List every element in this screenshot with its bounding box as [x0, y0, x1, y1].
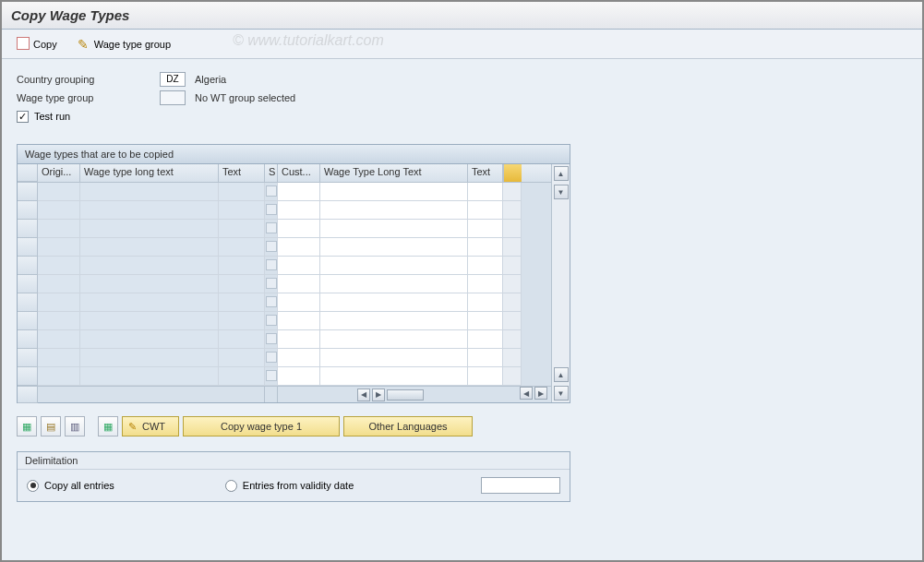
cell-s[interactable] — [265, 183, 278, 201]
cell-wage-type-long-text-left[interactable] — [80, 257, 219, 275]
cell-wage-type-long-text-left[interactable] — [80, 220, 219, 238]
cell-origi[interactable] — [38, 220, 80, 238]
table-row[interactable] — [18, 220, 551, 238]
cell-wage-type-long-text-left[interactable] — [80, 330, 219, 349]
icon-button-1[interactable]: ▦ — [17, 416, 37, 436]
s-checkbox[interactable] — [266, 204, 277, 215]
cell-origi[interactable] — [38, 238, 80, 257]
cell-text-left[interactable] — [219, 257, 265, 275]
s-checkbox[interactable] — [266, 222, 277, 233]
cell-origi[interactable] — [38, 312, 80, 330]
hscroll-right-button-2[interactable]: ▶ — [534, 387, 547, 400]
table-row[interactable] — [18, 183, 551, 201]
cell-s[interactable] — [265, 367, 278, 386]
table-row[interactable] — [18, 367, 551, 386]
cell-text-right[interactable] — [468, 367, 503, 386]
cell-text-right[interactable] — [468, 349, 503, 367]
row-handle[interactable] — [18, 183, 38, 201]
hscroll-left-button[interactable]: ◀ — [357, 389, 370, 401]
radio-copy-all-entries[interactable]: Copy all entries — [27, 480, 114, 492]
cell-origi[interactable] — [38, 201, 80, 220]
row-handle[interactable] — [18, 293, 38, 312]
s-checkbox[interactable] — [266, 278, 277, 289]
cell-wage-type-long-text-left[interactable] — [80, 201, 219, 220]
row-handle[interactable] — [18, 349, 38, 367]
cell-text-left[interactable] — [219, 312, 265, 330]
s-checkbox[interactable] — [266, 241, 277, 252]
row-handle[interactable] — [18, 220, 38, 238]
cell-cust[interactable] — [278, 220, 320, 238]
s-checkbox[interactable] — [266, 352, 277, 363]
cell-wage-type-long-text-right[interactable] — [320, 238, 468, 257]
cwt-button[interactable]: ✎ CWT — [122, 416, 179, 436]
row-handle[interactable] — [18, 201, 38, 220]
col-cust[interactable]: Cust... — [278, 164, 320, 182]
country-grouping-input[interactable]: DZ — [160, 72, 186, 87]
cell-text-right[interactable] — [468, 330, 503, 349]
cell-wage-type-long-text-right[interactable] — [320, 330, 468, 349]
cell-wage-type-long-text-right[interactable] — [320, 183, 468, 201]
cell-cust[interactable] — [278, 367, 320, 386]
cell-text-left[interactable] — [219, 330, 265, 349]
copy-button[interactable]: Copy — [15, 37, 61, 52]
cell-text-right[interactable] — [468, 238, 503, 257]
s-checkbox[interactable] — [266, 185, 277, 197]
cell-wage-type-long-text-right[interactable] — [320, 257, 468, 275]
cell-text-left[interactable] — [219, 183, 265, 201]
cell-text-right[interactable] — [468, 201, 503, 220]
cell-text-right[interactable] — [468, 220, 503, 238]
copy-wage-type-1-button[interactable]: Copy wage type 1 — [183, 416, 340, 436]
cell-s[interactable] — [265, 275, 278, 293]
cell-cust[interactable] — [278, 201, 320, 220]
hscroll-left-button-2[interactable]: ◀ — [520, 387, 533, 400]
cell-s[interactable] — [265, 201, 278, 220]
cell-origi[interactable] — [38, 257, 80, 275]
cell-text-right[interactable] — [468, 312, 503, 330]
cell-s[interactable] — [265, 220, 278, 238]
vscroll-up-button-2[interactable]: ▲ — [554, 367, 569, 382]
cell-origi[interactable] — [38, 330, 80, 349]
wage-type-group-input[interactable] — [160, 90, 186, 105]
cell-origi[interactable] — [38, 367, 80, 386]
cell-text-left[interactable] — [219, 367, 265, 386]
cell-s[interactable] — [265, 312, 278, 330]
col-text-right[interactable]: Text — [468, 164, 503, 182]
cell-wage-type-long-text-right[interactable] — [320, 201, 468, 220]
table-row[interactable] — [18, 293, 551, 312]
s-checkbox[interactable] — [266, 296, 277, 307]
cell-wage-type-long-text-right[interactable] — [320, 275, 468, 293]
table-row[interactable] — [18, 330, 551, 349]
cell-text-left[interactable] — [219, 275, 265, 293]
cell-text-left[interactable] — [219, 293, 265, 312]
cell-origi[interactable] — [38, 293, 80, 312]
cell-s[interactable] — [265, 349, 278, 367]
cell-text-right[interactable] — [468, 293, 503, 312]
cell-text-right[interactable] — [468, 183, 503, 201]
cell-wage-type-long-text-left[interactable] — [80, 293, 219, 312]
col-wage-type-long-text-right[interactable]: Wage Type Long Text — [320, 164, 468, 182]
cell-s[interactable] — [265, 293, 278, 312]
row-handle[interactable] — [18, 330, 38, 349]
col-wage-type-long-text-left[interactable]: Wage type long text — [80, 164, 219, 182]
cell-text-left[interactable] — [219, 220, 265, 238]
cell-cust[interactable] — [278, 275, 320, 293]
other-languages-button[interactable]: Other Languages — [343, 416, 473, 436]
cell-origi[interactable] — [38, 349, 80, 367]
cell-s[interactable] — [265, 330, 278, 349]
cell-text-right[interactable] — [468, 257, 503, 275]
s-checkbox[interactable] — [266, 370, 277, 381]
cell-wage-type-long-text-left[interactable] — [80, 238, 219, 257]
cell-s[interactable] — [265, 257, 278, 275]
radio-entries-from-date[interactable]: Entries from validity date — [225, 480, 354, 492]
s-checkbox[interactable] — [266, 333, 277, 344]
table-row[interactable] — [18, 312, 551, 330]
vscroll-down-button-2[interactable]: ▼ — [554, 386, 569, 401]
cell-wage-type-long-text-left[interactable] — [80, 349, 219, 367]
cell-cust[interactable] — [278, 183, 320, 201]
column-config-button[interactable] — [503, 164, 522, 182]
cell-wage-type-long-text-left[interactable] — [80, 312, 219, 330]
cell-cust[interactable] — [278, 312, 320, 330]
icon-button-4[interactable]: ▦ — [98, 416, 118, 436]
wage-type-group-button[interactable]: Wage type group — [74, 36, 174, 53]
row-handle[interactable] — [18, 367, 38, 386]
